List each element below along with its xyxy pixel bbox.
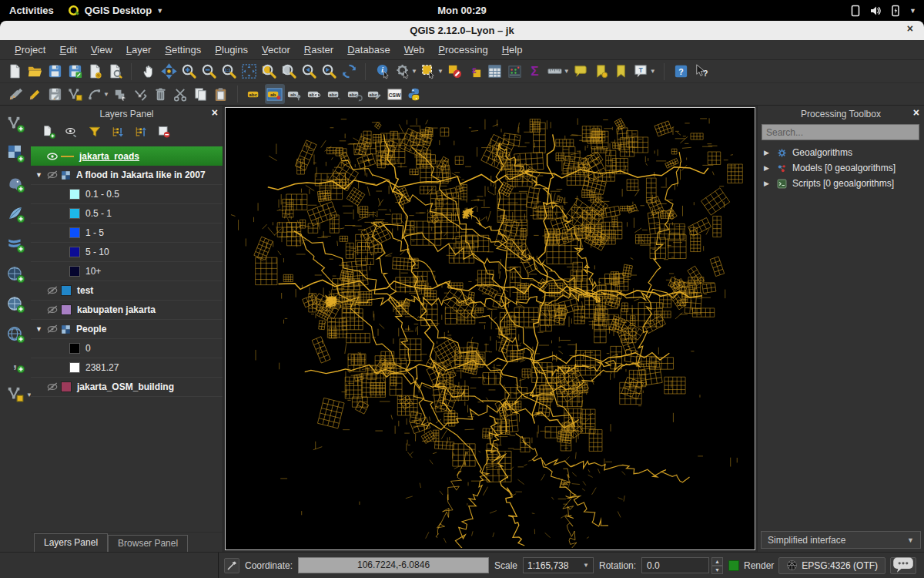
log-messages-button[interactable] [890,557,916,574]
menu-web[interactable]: Web [397,42,432,58]
save-layer-edits-button[interactable] [45,84,65,104]
add-delimited-text-layer-button[interactable]: , [5,354,26,374]
visibility-eye-off-icon[interactable] [45,380,61,394]
layer-item-test[interactable]: test [31,281,223,301]
layer-item-people[interactable]: ▼People [31,320,223,339]
menu-processing[interactable]: Processing [431,42,494,58]
zoom-to-layer-button[interactable] [279,62,299,82]
toggle-editing-button[interactable] [25,84,45,104]
clock[interactable]: Mon 00:29 [437,5,487,16]
menu-layer[interactable]: Layer [119,42,159,58]
paste-features-button[interactable] [211,84,231,104]
visibility-eye-on-icon[interactable] [45,150,61,163]
measure-line-button[interactable] [545,62,565,82]
layers-panel-close-icon[interactable]: × [212,106,218,119]
layer-item-jakarta-roads[interactable]: jakarta_roads [31,146,223,166]
legend-class-0-5-1[interactable]: 0.5 - 1 [31,204,223,223]
processing-toolbox-close-icon[interactable]: × [913,106,919,119]
rotate-label-button[interactable]: abc [345,84,365,104]
window-title-bar[interactable]: QGIS 2.12.0–Lyon – jk × [0,21,924,40]
move-feature-button[interactable] [111,84,131,104]
new-shapefile-layer-button[interactable]: ▼ [5,384,26,404]
zoom-native-button[interactable]: 1:1 [219,62,239,82]
collapse-all-button[interactable] [132,123,149,140]
add-group-button[interactable] [40,123,57,140]
save-project-as-button[interactable] [65,62,85,82]
menu-settings[interactable]: Settings [158,42,208,58]
open-attribute-table-button[interactable] [485,62,505,82]
tab-browser-panel[interactable]: Browser Panel [108,535,188,552]
crs-status-button[interactable]: EPSG:4326 (OTF) [778,557,886,574]
menu-plugins[interactable]: Plugins [208,42,255,58]
visibility-eye-off-icon[interactable] [45,168,61,182]
remove-layer-button[interactable] [156,123,172,140]
open-project-button[interactable] [25,62,45,82]
expander-icon[interactable]: ▶ [764,149,772,156]
show-hide-labels-button[interactable]: abc [305,84,325,104]
show-statistics-button[interactable]: Σ [525,62,545,82]
add-wfs-layer-button[interactable] [5,324,26,344]
menu-edit[interactable]: Edit [52,42,83,58]
pin-unpin-labels-button[interactable]: ab [265,84,285,104]
processing-interface-select[interactable]: Simplified interface ▼ [761,531,921,549]
menu-database[interactable]: Database [340,42,397,58]
cut-features-button[interactable] [171,84,191,104]
visibility-eye-off-icon[interactable] [45,322,61,336]
activities-button[interactable]: Activities [9,5,54,16]
pan-map-button[interactable] [139,62,159,82]
zoom-to-selection-button[interactable] [259,62,279,82]
add-raster-layer-button[interactable] [5,143,26,163]
identify-features-button[interactable]: i [373,62,393,82]
processing-group-models[interactable]: ▶Models [0 geoalgorithms] [758,160,924,176]
delete-selected-button[interactable] [151,84,171,104]
select-by-expression-button[interactable]: ε [465,62,485,82]
legend-class-5-10[interactable]: 5 - 10 [31,243,223,262]
field-calculator-button[interactable] [505,62,525,82]
zoom-next-button[interactable] [319,62,339,82]
legend-class-1-5[interactable]: 1 - 5 [31,223,223,243]
add-feature-button[interactable] [65,84,85,104]
change-label-button[interactable]: abc [365,84,385,104]
current-edits-button[interactable] [5,84,25,104]
rotation-input[interactable]: 0.0 [641,557,709,573]
expander-icon[interactable]: ▶ [764,164,772,172]
legend-class-0-1-0-5[interactable]: 0.1 - 0.5 [31,185,223,204]
layer-labeling-options-button[interactable]: abc [245,84,265,104]
new-bookmark-button[interactable] [591,62,611,82]
filter-legend-button[interactable] [86,123,103,140]
highlight-pinned-labels-button[interactable]: ab [285,84,305,104]
processing-group-geoalgorithms[interactable]: ▶Geoalgorithms [758,145,924,160]
add-vector-layer-button[interactable] [5,113,26,133]
new-composer-button[interactable] [85,62,105,82]
add-postgis-layer-button[interactable] [5,173,26,193]
expander-icon[interactable]: ▶ [764,180,772,187]
zoom-out-button[interactable] [199,62,219,82]
visibility-eye-off-icon[interactable] [45,284,61,297]
processing-group-scripts[interactable]: ▶Scripts [0 geoalgorithms] [758,176,924,191]
pan-to-selection-button[interactable] [159,62,179,82]
layer-item-kabupaten-jakarta[interactable]: kabupaten jakarta [31,301,223,320]
copy-features-button[interactable] [191,84,211,104]
run-feature-action-button[interactable] [393,62,413,82]
layer-item-jakarta-osm-building[interactable]: jakarta_OSM_building [31,378,223,397]
layer-item-a-flood-in-jakarta-like-in-2007[interactable]: ▼A flood in Jakarta like in 2007 [31,166,223,185]
node-tool-button[interactable] [131,84,151,104]
map-tips-button[interactable] [571,62,591,82]
manage-layer-visibility-button[interactable] [63,123,80,140]
expander-icon[interactable]: ▼ [35,171,45,179]
move-label-button[interactable]: abc [325,84,345,104]
menu-raster[interactable]: Raster [297,42,340,58]
map-canvas[interactable] [225,107,755,550]
tab-layers-panel[interactable]: Layers Panel [34,533,108,552]
render-checkbox[interactable] [728,560,739,571]
save-project-button[interactable] [45,62,65,82]
processing-search-input[interactable] [762,124,919,140]
add-wms-layer-button[interactable] [5,294,26,314]
menu-view[interactable]: View [84,42,119,58]
refresh-map-button[interactable] [339,62,359,82]
add-oracle-layer-button[interactable] [5,264,26,284]
legend-class-10-[interactable]: 10+ [31,262,223,281]
window-close-button[interactable]: × [907,22,913,35]
scale-combobox[interactable]: 1:165,738 ▼ [523,557,594,573]
visibility-eye-off-icon[interactable] [45,303,61,317]
